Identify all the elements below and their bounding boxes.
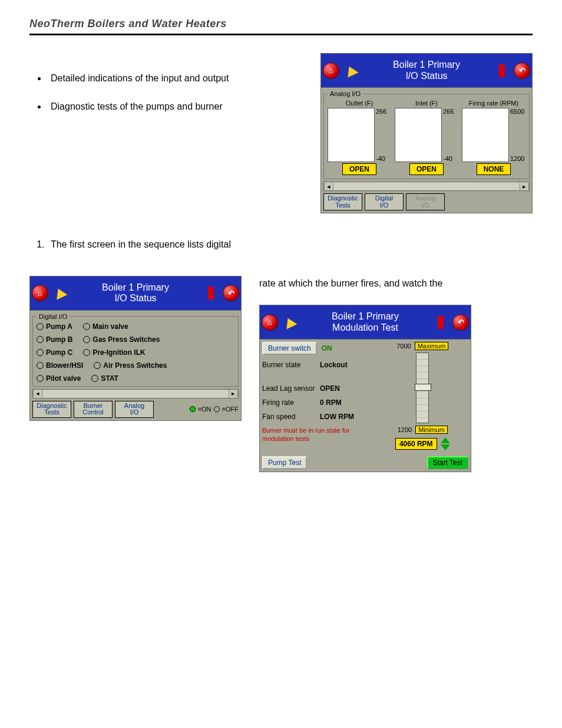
scale-lo: 1200: [510, 155, 525, 162]
modulation-warning: Burner must be in run state for modulati…: [262, 427, 362, 443]
io-pump-b: Pump B: [37, 335, 72, 344]
page-header: NeoTherm Boilers and Water Heaters: [29, 18, 533, 30]
scroll-left-icon[interactable]: ◂: [324, 183, 333, 190]
start-test-button[interactable]: Start Test: [427, 456, 468, 469]
nav-burner-control[interactable]: Burner Control: [74, 401, 113, 418]
io-pilot-valve: Pilot valve: [37, 374, 81, 383]
title-line1: Boiler 1 Primary: [363, 60, 490, 70]
home-icon[interactable]: ⌂: [31, 284, 49, 302]
rpm-down-icon[interactable]: [441, 444, 450, 450]
panel-title: Boiler 1 Primary I/O Status: [361, 58, 492, 83]
group-legend: Analog I/O: [328, 90, 363, 97]
burner-state-value: Lockout: [320, 361, 348, 369]
panel-titlebar: ⌂ Boiler 1 Primary Modulation Test ↶: [259, 305, 471, 339]
fan-speed-label: Fan speed: [262, 413, 316, 421]
group-legend: Digital I/O: [37, 313, 70, 320]
thermometer-icon[interactable]: [432, 314, 449, 331]
status-firing[interactable]: NONE: [477, 163, 511, 175]
lead-lag-label: Lead Lag sensor: [262, 384, 316, 393]
min-tag: Minimum: [415, 426, 448, 434]
title-line1: Boiler 1 Primary: [72, 282, 199, 293]
nav-diagnostic-tests[interactable]: Diagnostic Tests: [323, 193, 362, 210]
panel-digital-io: ⌂ Boiler 1 Primary I/O Status ↶ Digital …: [29, 276, 242, 421]
hscrollbar[interactable]: ◂ ▸: [323, 182, 530, 191]
bullet-1: Diagnostic tests of the pumps and burner: [47, 99, 303, 114]
nav-analog-io: Analog I/O: [406, 193, 445, 210]
firing-rate-value: 0 RPM: [320, 398, 342, 407]
home-icon[interactable]: ⌂: [261, 314, 279, 331]
scale-lo: -40: [443, 155, 458, 162]
analog-col-outlet: Outlet (F) 266 -40 OPEN: [328, 100, 391, 175]
scale-lo: -40: [376, 155, 391, 162]
pump-test-button[interactable]: Pump Test: [262, 456, 307, 469]
flag-icon[interactable]: [281, 314, 299, 331]
bullet-0: Detailed indications of the input and ou…: [47, 71, 303, 86]
lead-lag-value: OPEN: [320, 384, 340, 393]
io-pump-a: Pump A: [37, 322, 72, 331]
burner-switch-value: ON: [322, 344, 332, 353]
fan-speed-value: LOW RPM: [320, 413, 354, 421]
min-value: 1200: [398, 426, 412, 433]
nav-diagnostic-tests[interactable]: Diagnostic Tests: [32, 401, 71, 418]
title-line2: I/O Status: [72, 293, 199, 304]
io-legend: =ON =OFF: [190, 406, 239, 413]
nav-digital-io[interactable]: Digital I/O: [365, 193, 404, 210]
scale-hi: 6500: [510, 108, 525, 115]
io-main-valve: Main valve: [83, 322, 128, 331]
panel-title: Boiler 1 Primary I/O Status: [70, 281, 201, 305]
rpm-up-icon[interactable]: [441, 437, 450, 443]
panel-titlebar: ⌂ Boiler 1 Primary I/O Status ↶: [29, 276, 242, 310]
slider-thumb[interactable]: [415, 384, 431, 391]
hscrollbar[interactable]: ◂ ▸: [32, 389, 239, 398]
panel-modulation-test: ⌂ Boiler 1 Primary Modulation Test ↶ Bur…: [259, 305, 471, 472]
scale-hi: 266: [376, 108, 391, 115]
scroll-right-icon[interactable]: ▸: [520, 183, 529, 190]
io-pre-ignition-ilk: Pre-Ignition ILK: [83, 348, 145, 357]
col-label: Inlet (F): [415, 100, 438, 107]
intro-bullets: Detailed indications of the input and ou…: [29, 53, 303, 127]
max-value: 7000: [396, 342, 411, 350]
home-icon[interactable]: ⌂: [322, 62, 340, 80]
modulation-slider[interactable]: [416, 353, 429, 423]
back-icon[interactable]: ↶: [513, 62, 531, 80]
panel-title: Boiler 1 Primary Modulation Test: [300, 310, 431, 334]
flag-icon[interactable]: [342, 62, 360, 80]
group-digital-io: Digital I/O Pump A Main valve Pump B Gas…: [32, 313, 239, 387]
panel-titlebar: ⌂ Boiler 1 Primary I/O Status ↶: [320, 53, 533, 87]
group-analog-io: Analog I/O Outlet (F) 266 -40 OPEN: [323, 90, 530, 179]
flag-icon[interactable]: [51, 284, 69, 302]
status-inlet[interactable]: OPEN: [409, 163, 444, 175]
col-label: Outlet (F): [346, 100, 373, 107]
title-line2: Modulation Test: [302, 322, 428, 333]
rpm-display: 4060 RPM: [395, 438, 437, 450]
firing-rate-label: Firing rate: [262, 398, 316, 407]
scroll-right-icon[interactable]: ▸: [229, 390, 238, 397]
panel-analog-io: ⌂ Boiler 1 Primary I/O Status ↶ Analog I…: [320, 53, 533, 213]
analog-col-firing: Firing rate (RPM) 6500 1200 NONE: [462, 100, 525, 175]
right-text: rate at which the burner fires, and watc…: [259, 278, 442, 288]
back-icon[interactable]: ↶: [222, 284, 240, 302]
status-outlet[interactable]: OPEN: [342, 163, 376, 175]
io-pump-c: Pump C: [37, 348, 72, 357]
title-line1: Boiler 1 Primary: [302, 311, 428, 322]
thermometer-icon[interactable]: [202, 284, 220, 302]
back-icon[interactable]: ↶: [452, 314, 470, 331]
io-air-press: Air Press Switches: [94, 361, 167, 370]
io-gas-press: Gas Press Switches: [83, 335, 160, 344]
max-tag: Maximum: [415, 342, 449, 350]
thermometer-icon[interactable]: [493, 62, 511, 80]
burner-state-label: Burner state: [262, 361, 316, 369]
step-1-text: The first screen in the sequence lists d…: [47, 237, 533, 252]
io-blower-hsi: Blower/HSI: [37, 361, 83, 370]
col-label: Firing rate (RPM): [469, 100, 518, 107]
scale-hi: 266: [443, 108, 458, 115]
nav-analog-io[interactable]: Analog I/O: [115, 401, 154, 418]
scroll-left-icon[interactable]: ◂: [33, 390, 42, 397]
io-stat: STAT: [91, 374, 118, 383]
analog-col-inlet: Inlet (F) 266 -40 OPEN: [395, 100, 458, 175]
title-line2: I/O Status: [363, 71, 490, 81]
header-rule: [29, 34, 533, 35]
burner-switch-button[interactable]: Burner switch: [262, 342, 317, 355]
